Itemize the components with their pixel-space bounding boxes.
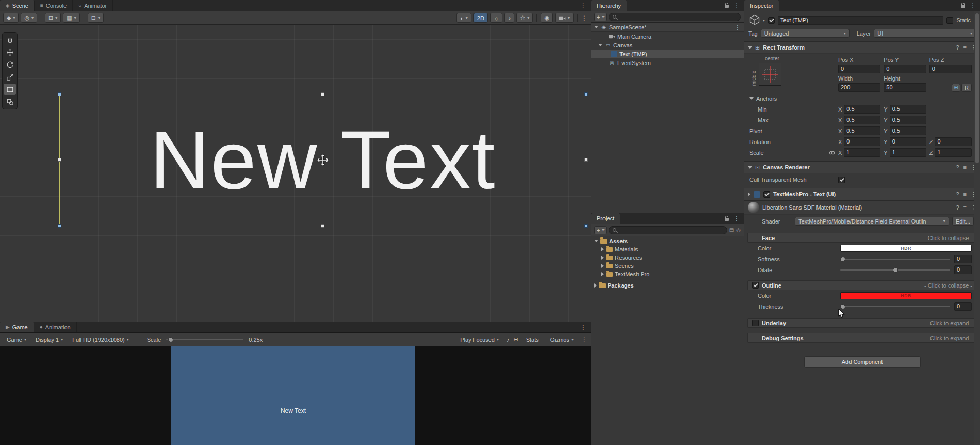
gameobject-cube-icon[interactable]	[748, 14, 761, 26]
help-icon[interactable]: ?	[956, 191, 959, 197]
effects-dropdown-button[interactable]: ☆ ▾	[516, 13, 533, 23]
outline-color-swatch[interactable]: HDR	[840, 292, 972, 299]
scene-camera-settings-button[interactable]: ▾	[555, 13, 574, 23]
selection-handle-top-left[interactable]	[58, 92, 61, 96]
tab-project[interactable]: Project	[591, 213, 620, 224]
softness-value-field[interactable]: 0	[954, 255, 972, 263]
transform-gizmo-button[interactable]: ◆ ▾	[3, 13, 19, 23]
dilate-value-field[interactable]: 0	[954, 265, 972, 274]
pivot-rotation-button[interactable]: ◎ ▾	[21, 13, 37, 23]
transform-tool-button[interactable]	[4, 96, 16, 107]
selection-handle-bottom-right[interactable]	[584, 224, 588, 228]
foldout-open-icon[interactable]	[748, 46, 752, 49]
constrain-proportions-icon[interactable]	[829, 150, 835, 156]
outline-enabled-checkbox[interactable]	[752, 282, 759, 289]
canvas-renderer-header[interactable]: ⊡ Canvas Renderer ? ≡ ⋮	[744, 161, 980, 173]
lock-icon[interactable]	[961, 5, 965, 8]
blueprint-mode-button[interactable]: ⊞	[952, 84, 960, 92]
game-scale-slider-knob[interactable]	[168, 337, 173, 342]
project-folder-materials[interactable]: Materials	[591, 245, 744, 253]
tab-animator[interactable]: ○ Animator	[73, 0, 113, 11]
project-folder-textmeshpro[interactable]: TextMesh Pro	[591, 270, 744, 278]
scene-viewport[interactable]: New Text	[0, 25, 591, 322]
hierarchy-item-main-camera[interactable]: Main Camera	[591, 32, 744, 41]
underlay-enabled-checkbox[interactable]	[752, 320, 759, 326]
cull-transparent-mesh-checkbox[interactable]	[838, 177, 845, 183]
rect-transform-header[interactable]: ⊞ Rect Transform ? ≡ ⋮	[744, 41, 980, 54]
rotation-x-field[interactable]: 0	[844, 137, 880, 146]
selection-handle-bottom[interactable]	[321, 224, 324, 228]
anchor-max-y-field[interactable]: 0.5	[890, 116, 926, 124]
move-tool-button[interactable]	[4, 46, 16, 58]
foldout-open-icon[interactable]	[598, 44, 602, 46]
dilate-slider-knob[interactable]	[893, 267, 898, 273]
inspector-menu-icon[interactable]: ⋮	[970, 2, 976, 9]
play-focused-dropdown[interactable]: Play Focused ▾	[456, 335, 502, 344]
softness-slider-knob[interactable]	[840, 257, 845, 262]
foldout-closed-icon[interactable]	[601, 272, 604, 276]
gizmos-dropdown[interactable]: Gizmos ▾	[547, 335, 577, 344]
scale-tool-button[interactable]	[4, 71, 16, 83]
lock-icon[interactable]	[725, 218, 729, 221]
rect-tool-button[interactable]	[4, 84, 16, 95]
anchor-max-x-field[interactable]: 0.5	[844, 116, 880, 124]
foldout-closed-icon[interactable]	[601, 264, 604, 268]
display-dropdown[interactable]: Display 1 ▾	[32, 335, 67, 344]
selection-handle-bottom-left[interactable]	[58, 224, 61, 228]
outline-section-header[interactable]: Outline - Click to collapse -	[747, 280, 977, 290]
scene-panel-menu-icon[interactable]: ⋮	[580, 2, 586, 9]
pos-z-field[interactable]: 0	[929, 65, 972, 73]
underlay-section-header[interactable]: Underlay - Click to expand -	[747, 318, 977, 328]
presets-icon[interactable]: ≡	[963, 204, 967, 211]
height-field[interactable]: 50	[884, 83, 926, 92]
hierarchy-item-canvas[interactable]: ▭ Canvas	[591, 41, 744, 50]
thickness-value-field[interactable]: 0	[954, 302, 972, 311]
foldout-open-icon[interactable]	[594, 26, 598, 28]
game-scale-slider[interactable]	[166, 339, 243, 340]
pos-y-field[interactable]: 0	[884, 65, 926, 73]
rotate-tool-button[interactable]	[4, 59, 16, 70]
project-search-input[interactable]	[609, 226, 727, 234]
view-tool-button[interactable]	[4, 34, 16, 45]
help-icon[interactable]: ?	[956, 164, 959, 170]
presets-icon[interactable]: ≡	[963, 164, 967, 170]
scene-options-icon[interactable]: ⋮	[734, 24, 744, 31]
tab-animation[interactable]: ● Animation	[34, 322, 77, 332]
hierarchy-item-samplescene[interactable]: ◈ SampleScene* ⋮	[591, 23, 744, 32]
face-section-header[interactable]: Face - Click to collapse -	[747, 233, 977, 243]
snap-increment-button[interactable]: ⊟ ▾	[88, 13, 104, 23]
tab-game[interactable]: ▶ Game	[0, 322, 34, 332]
project-columns-icon[interactable]: ▤	[729, 227, 734, 233]
selection-handle-left[interactable]	[58, 158, 61, 162]
scene-visibility-button[interactable]: ◉	[541, 13, 553, 23]
game-panel-menu-icon[interactable]: ⋮	[580, 324, 586, 331]
face-color-swatch[interactable]: HDR	[840, 245, 972, 252]
foldout-closed-icon[interactable]	[594, 283, 597, 288]
hierarchy-item-text-tmp[interactable]: Text (TMP)	[591, 50, 744, 58]
scale-x-field[interactable]: 1	[844, 148, 880, 157]
gameobject-name-field[interactable]: Text (TMP)	[778, 16, 943, 25]
tab-inspector[interactable]: Inspector	[744, 0, 779, 11]
vsync-icon[interactable]: ⊟	[513, 336, 518, 343]
tab-hierarchy[interactable]: Hierarchy	[591, 0, 627, 11]
mute-audio-icon[interactable]: ♪	[507, 337, 510, 343]
rotation-y-field[interactable]: 0	[890, 137, 926, 146]
presets-icon[interactable]: ≡	[963, 44, 967, 51]
width-field[interactable]: 200	[838, 83, 880, 92]
pivot-x-field[interactable]: 0.5	[844, 126, 880, 135]
scale-y-field[interactable]: 1	[890, 148, 926, 157]
help-icon[interactable]: ?	[956, 44, 959, 51]
selection-handle-top-right[interactable]	[584, 92, 588, 96]
rotation-z-field[interactable]: 0	[935, 137, 972, 146]
thickness-slider-knob[interactable]	[840, 304, 845, 309]
grid-visibility-button[interactable]: ⊞ ▾	[45, 13, 61, 23]
anchor-preset-button[interactable]	[759, 63, 781, 86]
foldout-open-icon[interactable]	[749, 97, 754, 100]
material-header[interactable]: Liberation Sans SDF Material (Material) …	[744, 200, 980, 215]
shader-dropdown[interactable]: TextMeshPro/Mobile/Distance Field Extern…	[795, 217, 949, 226]
dilate-slider[interactable]	[840, 269, 950, 271]
grid-snapping-button[interactable]: ▦ ▾	[63, 13, 79, 23]
anchor-min-x-field[interactable]: 0.5	[844, 105, 880, 114]
tab-console[interactable]: ≡ Console	[35, 0, 73, 11]
resolution-dropdown[interactable]: Full HD (1920x1080) ▾	[69, 335, 133, 344]
